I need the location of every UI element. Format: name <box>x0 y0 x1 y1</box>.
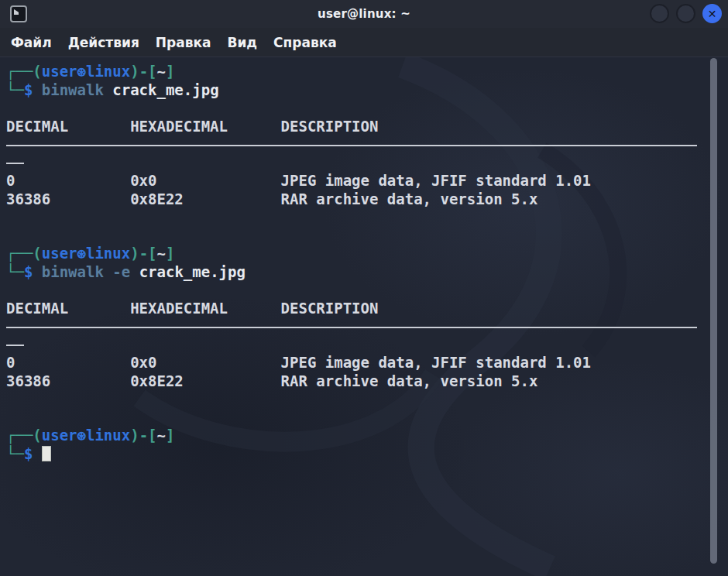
prompt-hostname: linux <box>86 245 130 262</box>
prompt-frame: └─ <box>6 263 24 280</box>
table-separator <box>6 145 697 146</box>
table-row: 00x0JPEG image data, JFIF standard 1.01 <box>6 172 728 190</box>
table-separator-wrap <box>6 163 24 164</box>
blank-line <box>6 281 728 300</box>
cell-description: JPEG image data, JFIF standard 1.01 <box>281 172 591 189</box>
prompt-frame: ┌──( <box>6 63 42 80</box>
menu-item-view[interactable]: Вид <box>227 35 257 50</box>
cell-description: RAR archive data, version 5.x <box>281 372 538 389</box>
kali-at-icon: ⊛ <box>77 245 86 262</box>
prompt-line-2: ┌──(user⊛linux)-[~] <box>6 245 728 263</box>
prompt-frame: )-[ <box>130 427 156 444</box>
prompt-line-3: ┌──(user⊛linux)-[~] <box>6 427 728 445</box>
titlebar[interactable]: user@linux: ~ ✕ <box>0 0 728 28</box>
cell-description: RAR archive data, version 5.x <box>281 190 538 207</box>
cell-description: JPEG image data, JFIF standard 1.01 <box>281 354 591 371</box>
command-option: -e <box>104 263 130 280</box>
command-argument: crack_me.jpg <box>130 263 246 280</box>
scrollbar-thumb[interactable] <box>710 58 717 564</box>
prompt-frame: └─ <box>6 81 24 98</box>
prompt-dollar: $ <box>24 263 42 280</box>
blank-line <box>6 409 728 427</box>
prompt-cwd: ~ <box>157 427 166 444</box>
header-description: DESCRIPTION <box>281 118 379 135</box>
terminal-cursor <box>42 446 51 461</box>
table-row: 363860x8E22RAR archive data, version 5.x <box>6 372 728 391</box>
table-separator-wrap <box>6 345 24 346</box>
command-name: binwalk <box>42 81 104 98</box>
table-header-row: DECIMALHEXADECIMALDESCRIPTION <box>6 118 728 136</box>
table-separator-row <box>6 135 728 154</box>
cell-decimal: 36386 <box>6 372 130 391</box>
prompt-frame: ] <box>166 245 174 262</box>
command-name: binwalk <box>42 263 104 280</box>
terminal-buffer: ┌──(user⊛linux)-[~] └─$ binwalk crack_me… <box>6 63 728 463</box>
terminal-window: user@linux: ~ ✕ Файл Действия Правка Вид… <box>0 0 728 576</box>
command-argument: crack_me.jpg <box>104 81 219 98</box>
prompt-frame: )-[ <box>130 245 156 262</box>
table-row: 363860x8E22RAR archive data, version 5.x <box>6 190 728 209</box>
window-title: user@linux: ~ <box>0 7 728 21</box>
cell-decimal: 36386 <box>6 190 130 209</box>
prompt-hostname: linux <box>86 63 130 80</box>
prompt-frame: ] <box>166 63 174 80</box>
menu-item-actions[interactable]: Действия <box>68 35 139 50</box>
kali-at-icon: ⊛ <box>77 63 86 80</box>
blank-line <box>6 390 728 409</box>
prompt-dollar: $ <box>24 81 42 98</box>
header-decimal: DECIMAL <box>6 118 130 136</box>
prompt-frame: ┌──( <box>6 427 42 444</box>
table-row: 00x0JPEG image data, JFIF standard 1.01 <box>6 354 728 372</box>
prompt-frame: ] <box>166 427 174 444</box>
prompt-frame: ┌──( <box>6 245 42 262</box>
cell-hex: 0x8E22 <box>130 190 280 209</box>
window-controls: ✕ <box>650 4 722 23</box>
prompt-frame: )-[ <box>130 63 156 80</box>
prompt-username: user <box>42 427 77 444</box>
close-icon: ✕ <box>708 8 717 20</box>
prompt-frame: └─ <box>6 445 24 462</box>
close-button[interactable]: ✕ <box>702 4 722 23</box>
prompt-cwd: ~ <box>157 63 166 80</box>
command-line-2: └─$ binwalk -e crack_me.jpg <box>6 263 728 282</box>
terminal-output-area[interactable]: ┌──(user⊛linux)-[~] └─$ binwalk crack_me… <box>0 57 728 576</box>
table-separator <box>6 327 697 328</box>
kali-at-icon: ⊛ <box>77 427 86 444</box>
table-header-row: DECIMALHEXADECIMALDESCRIPTION <box>6 300 728 318</box>
prompt-dollar: $ <box>24 445 42 462</box>
prompt-username: user <box>42 245 77 262</box>
table-separator-wrap-row <box>6 154 728 173</box>
maximize-button[interactable] <box>676 4 695 23</box>
cell-hex: 0x0 <box>130 354 280 372</box>
minimize-button[interactable] <box>650 4 669 23</box>
input-line[interactable]: └─$ <box>6 445 728 464</box>
menu-item-help[interactable]: Справка <box>273 35 337 50</box>
command-line-1: └─$ binwalk crack_me.jpg <box>6 81 728 100</box>
cell-hex: 0x8E22 <box>130 372 280 391</box>
blank-line <box>6 227 728 245</box>
header-decimal: DECIMAL <box>6 300 130 318</box>
blank-line <box>6 99 728 118</box>
header-description: DESCRIPTION <box>281 300 379 317</box>
table-separator-row <box>6 317 728 336</box>
menu-item-file[interactable]: Файл <box>11 35 52 50</box>
prompt-line-1: ┌──(user⊛linux)-[~] <box>6 63 728 81</box>
header-hexadecimal: HEXADECIMAL <box>130 300 280 318</box>
cell-decimal: 0 <box>6 172 130 190</box>
prompt-cwd: ~ <box>157 245 166 262</box>
header-hexadecimal: HEXADECIMAL <box>130 118 280 136</box>
cell-decimal: 0 <box>6 354 130 372</box>
blank-line <box>6 208 728 227</box>
menu-item-edit[interactable]: Правка <box>156 35 211 50</box>
prompt-username: user <box>42 63 77 80</box>
table-separator-wrap-row <box>6 336 728 355</box>
cell-hex: 0x0 <box>130 172 280 190</box>
prompt-hostname: linux <box>86 427 130 444</box>
menubar: Файл Действия Правка Вид Справка <box>0 28 728 57</box>
